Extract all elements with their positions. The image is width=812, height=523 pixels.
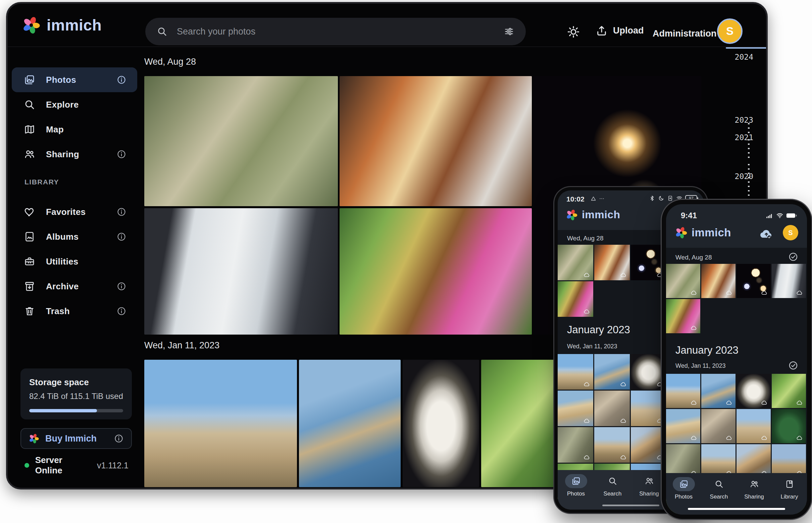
photo-fireworks[interactable] — [631, 245, 667, 280]
photo-dinner[interactable] — [701, 264, 736, 298]
photo-harbor[interactable] — [701, 374, 736, 408]
info-icon[interactable] — [117, 232, 126, 242]
search-input[interactable] — [176, 26, 495, 37]
select-all-check-icon[interactable] — [788, 360, 798, 371]
photo-bridge[interactable] — [594, 427, 630, 463]
photo-lizard[interactable] — [558, 427, 593, 463]
backup-cloud-icon[interactable] — [759, 227, 773, 241]
immich-logo: immich — [675, 226, 731, 239]
photo-fortress[interactable] — [144, 360, 297, 487]
upload-button[interactable]: Upload — [595, 24, 644, 37]
tab-search[interactable]: Search — [602, 474, 624, 497]
search-bar[interactable] — [145, 18, 526, 45]
info-icon[interactable] — [117, 207, 126, 217]
cloud-sync-icon — [619, 381, 627, 387]
buy-immich-label: Buy Immich — [45, 433, 97, 444]
photo-dinner[interactable] — [594, 245, 630, 280]
user-avatar[interactable]: S — [717, 18, 743, 44]
upload-label: Upload — [613, 25, 644, 36]
photo-beach[interactable] — [666, 409, 700, 443]
brand-name: immich — [582, 209, 620, 221]
sidebar-item-map[interactable]: Map — [12, 117, 137, 142]
date-header-aug28: Wed, Aug 28 — [567, 235, 603, 242]
timeline-scrubber-indicator[interactable] — [726, 47, 767, 49]
sidebar-item-sharing[interactable]: Sharing — [12, 142, 137, 167]
photo-berries[interactable] — [481, 360, 562, 487]
sidebar-item-trash[interactable]: Trash — [12, 299, 137, 324]
photo-dinner[interactable] — [340, 76, 532, 206]
sidebar-item-albums[interactable]: Albums — [12, 224, 137, 249]
administration-link[interactable]: Administration — [653, 29, 717, 39]
ios-screen: 9:41 immich S Wed, Aug 28 January 2023 W… — [666, 204, 807, 515]
home-indicator[interactable] — [602, 505, 659, 506]
photo-stoneface[interactable] — [594, 391, 630, 426]
sidebar-item-label: Archive — [46, 281, 79, 292]
cloud-sync-icon — [796, 399, 804, 406]
photo-zoo[interactable] — [558, 245, 593, 280]
info-icon[interactable] — [117, 306, 126, 316]
photo-xmastree[interactable] — [772, 409, 806, 443]
photo-hands[interactable] — [772, 264, 806, 298]
date-header-jan11: Wed, Jan 11, 2023 — [144, 340, 220, 351]
photo-bust[interactable] — [737, 374, 771, 408]
photo-autumn[interactable] — [340, 208, 532, 335]
info-icon[interactable] — [114, 433, 124, 444]
cloud-sync-icon — [619, 272, 627, 278]
date-header-jan11: Wed, Jan 11, 2023 — [675, 362, 725, 369]
cloud-sync-icon — [690, 289, 698, 296]
photo-zoo[interactable] — [666, 264, 700, 298]
info-icon[interactable] — [117, 75, 126, 85]
server-status-row: Server Online v1.112.1 — [24, 455, 128, 476]
home-indicator[interactable] — [688, 508, 785, 510]
photo-harbor[interactable] — [299, 360, 401, 487]
photo-harbor[interactable] — [594, 354, 630, 390]
tab-sharing[interactable]: Sharing — [638, 474, 660, 497]
tab-photos[interactable]: Photos — [673, 477, 695, 500]
photo-bust[interactable] — [631, 354, 667, 390]
select-all-check-icon[interactable] — [788, 252, 798, 262]
sidebar-item-archive[interactable]: Archive — [12, 274, 137, 299]
photo-village[interactable] — [631, 427, 667, 463]
tab-library[interactable]: Library — [778, 477, 800, 500]
sidebar-item-favorites[interactable]: Favorites — [12, 199, 137, 224]
photo-autumn[interactable] — [666, 299, 700, 333]
buy-immich-button[interactable]: Buy Immich — [20, 428, 132, 449]
user-avatar[interactable]: S — [783, 225, 798, 240]
sidebar-item-photos[interactable]: Photos — [12, 67, 137, 92]
photo-fortress[interactable] — [666, 374, 700, 408]
tab-label: Sharing — [744, 493, 764, 500]
info-icon[interactable] — [117, 149, 126, 159]
photo-stoneface[interactable] — [701, 409, 736, 443]
theme-toggle-sun-icon[interactable] — [567, 25, 580, 39]
info-icon[interactable] — [117, 281, 126, 291]
photo-fireworks[interactable] — [737, 264, 771, 298]
timeline-year-2024[interactable]: 2024 — [716, 53, 753, 61]
immich-logo[interactable]: immich — [22, 16, 102, 35]
photo-hands[interactable] — [144, 208, 338, 335]
photo-bust[interactable] — [403, 360, 479, 487]
search-icon — [157, 26, 168, 37]
photo-berries[interactable] — [772, 374, 806, 408]
tab-sharing[interactable]: Sharing — [743, 477, 765, 500]
photo-castle[interactable] — [631, 391, 667, 426]
tab-label: Photos — [567, 490, 585, 497]
sidebar: PhotosExploreMapSharingLIBRARYFavoritesA… — [12, 67, 137, 324]
tab-photos[interactable]: Photos — [565, 474, 587, 497]
cloud-sync-icon — [760, 434, 768, 441]
sidebar-item-utilities[interactable]: Utilities — [12, 249, 137, 274]
cloud-sync-icon — [583, 381, 591, 387]
photo-castle[interactable] — [737, 409, 771, 443]
ios-phone-mockup: 9:41 immich S Wed, Aug 28 January 2023 W… — [662, 200, 811, 519]
cloud-sync-icon — [583, 308, 591, 315]
toolbox-icon — [24, 256, 35, 267]
immich-flower-icon — [675, 226, 688, 239]
sidebar-item-explore[interactable]: Explore — [12, 92, 137, 117]
photo-autumn[interactable] — [558, 281, 593, 317]
cloud-sync-icon — [690, 399, 698, 406]
tab-search[interactable]: Search — [708, 477, 730, 500]
search-filter-icon[interactable] — [504, 26, 514, 37]
photo-beach[interactable] — [558, 391, 593, 426]
cloud-sync-icon — [690, 434, 698, 441]
photo-fortress[interactable] — [558, 354, 593, 390]
photo-zoo[interactable] — [144, 76, 338, 206]
